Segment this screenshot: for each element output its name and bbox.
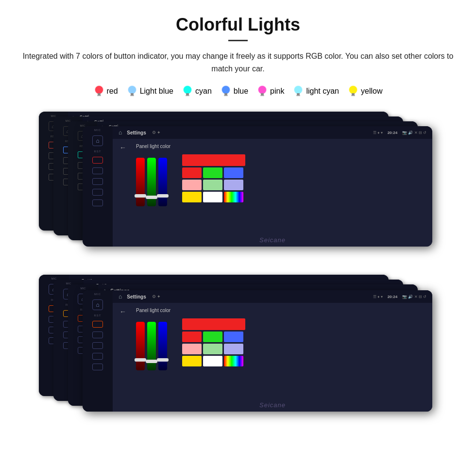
color-cell-r3c2-top[interactable] <box>203 180 222 190</box>
svg-rect-10 <box>186 93 189 95</box>
svg-rect-18 <box>261 93 264 95</box>
color-cell-red-wide-bottom[interactable] <box>182 318 245 330</box>
red-label: red <box>107 87 118 96</box>
color-item-cyan: cyan <box>182 84 212 98</box>
color-row-3-bottom <box>182 344 245 354</box>
back-arrow-bottom[interactable]: ← <box>119 308 126 397</box>
color-cell-r4c1-top[interactable] <box>182 192 202 202</box>
device-power-bottom[interactable] <box>92 321 103 328</box>
color-row-1-bottom <box>182 318 245 330</box>
device-home-bottom[interactable]: ⌂ <box>92 299 103 310</box>
color-row-3-top <box>182 180 245 190</box>
color-cell-b3c2[interactable] <box>203 344 222 354</box>
red-bulb-icon <box>94 84 104 98</box>
panel-color-label-top: Panel light color <box>136 144 170 149</box>
color-grid-bottom <box>182 318 245 397</box>
header-gear-bottom: ⚙ ✦ <box>152 294 161 299</box>
color-cell-b2c2[interactable] <box>203 331 222 342</box>
screen-header-bottom: ⌂ Settings ⚙ ✦ ☰ ♦ ▾ 20:24 📷 🔊 ✕ ⊟ ↺ <box>113 290 432 303</box>
header-right-icons-top: 📷 🔊 ✕ ⊟ ↺ <box>402 131 426 135</box>
svg-rect-19 <box>260 95 264 96</box>
color-indicators-row: red Light blue cyan <box>19 84 457 98</box>
red-slider-handle-top <box>135 194 146 198</box>
svg-rect-6 <box>131 93 134 95</box>
description-text: Integrated with 7 colors of button indic… <box>19 50 457 75</box>
header-gear-top: ⚙ ✦ <box>152 130 161 135</box>
color-row-4-bottom <box>182 356 245 366</box>
device-home-icon-top[interactable]: ⌂ <box>92 135 103 146</box>
color-grid-top <box>182 154 245 232</box>
blue-label: blue <box>234 87 248 96</box>
panel-color-label-bottom: Panel light color <box>136 308 170 313</box>
device-fn4-bottom[interactable] <box>92 364 103 370</box>
color-item-light-blue: Light blue <box>127 84 173 98</box>
blue-slider-handle-top <box>157 194 169 198</box>
back-nav-top: ← <box>119 144 126 232</box>
light-cyan-bulb-icon <box>293 84 304 98</box>
device-unit-front-bottom[interactable]: MIC ⌂ RST ⌂ <box>83 290 432 412</box>
device-fn3-bottom[interactable] <box>92 353 103 360</box>
title-divider <box>228 40 248 41</box>
svg-rect-26 <box>352 93 355 95</box>
panel-color-area-bottom: Panel light color <box>136 308 425 397</box>
color-item-red: red <box>94 84 118 98</box>
color-cell-r4c2-top[interactable] <box>203 192 222 202</box>
color-row-2-bottom <box>182 331 245 342</box>
screen-body-bottom: ← Panel light color <box>113 303 432 401</box>
color-sliders-bottom <box>136 317 170 370</box>
svg-rect-7 <box>130 95 134 96</box>
back-arrow-top[interactable]: ← <box>119 144 126 151</box>
header-time-top: 20:24 <box>388 131 397 135</box>
blue-slider-bottom[interactable] <box>158 322 167 370</box>
color-cell-red-wide-top[interactable] <box>182 154 245 166</box>
cyan-label: cyan <box>195 87 212 96</box>
color-cell-r2c2-top[interactable] <box>203 167 222 178</box>
color-cell-r4c3-top[interactable] <box>224 192 243 202</box>
svg-rect-23 <box>296 95 300 96</box>
color-cell-b2c1[interactable] <box>182 331 202 342</box>
blue-bulb-icon <box>221 84 231 98</box>
red-slider-bottom[interactable] <box>136 322 145 370</box>
red-slider-top[interactable] <box>136 158 145 206</box>
pink-label: pink <box>270 87 284 96</box>
color-cell-b4c1[interactable] <box>182 356 202 366</box>
light-blue-label: Light blue <box>140 87 173 96</box>
device-fn2-top[interactable] <box>92 178 103 185</box>
devices-section: MIC ⌂ RST ⌂ Setti... <box>19 112 457 420</box>
color-item-pink: pink <box>257 84 284 98</box>
device-power-top[interactable] <box>92 157 103 164</box>
color-cell-r3c3-top[interactable] <box>224 180 243 190</box>
color-cell-b4c3[interactable] <box>224 356 243 366</box>
device-mic-label-4: MIC <box>51 115 56 117</box>
color-cell-r2c3-top[interactable] <box>224 167 243 178</box>
color-row-4-top <box>182 192 245 202</box>
device-unit-front-top[interactable]: MIC ⌂ RST <box>83 126 432 247</box>
screen-body-top: ← Panel light color <box>113 139 432 236</box>
color-cell-b2c3[interactable] <box>224 331 243 342</box>
slider-section-bottom: Panel light color <box>136 308 170 397</box>
blue-slider-top[interactable] <box>158 158 167 206</box>
color-cell-b4c2[interactable] <box>203 356 222 366</box>
device-fn1-top[interactable] <box>92 167 103 174</box>
header-icons-bottom: ☰ ♦ ▾ <box>373 295 383 299</box>
header-settings-top: Settings <box>127 130 146 135</box>
device-mic-top: MIC <box>94 129 101 132</box>
color-cell-b3c1[interactable] <box>182 344 202 354</box>
yellow-label: yellow <box>361 87 382 96</box>
device-fn4-top[interactable] <box>92 199 103 206</box>
svg-rect-2 <box>98 93 101 95</box>
device-fn2-bottom[interactable] <box>92 342 103 349</box>
panel-color-area-top: Panel light color <box>136 144 425 232</box>
device-fn3-top[interactable] <box>92 189 103 196</box>
svg-point-25 <box>349 85 357 94</box>
green-slider-bottom[interactable] <box>147 322 156 370</box>
color-cell-r3c1-top[interactable] <box>182 180 202 190</box>
color-cell-r2c1-top[interactable] <box>182 167 202 178</box>
pink-bulb-icon <box>257 84 268 98</box>
device-fn1-bottom[interactable] <box>92 331 103 338</box>
header-home-top: ⌂ <box>119 129 122 136</box>
color-item-yellow: yellow <box>348 84 382 98</box>
svg-rect-27 <box>351 95 355 96</box>
green-slider-top[interactable] <box>147 158 156 206</box>
color-cell-b3c3[interactable] <box>224 344 243 354</box>
